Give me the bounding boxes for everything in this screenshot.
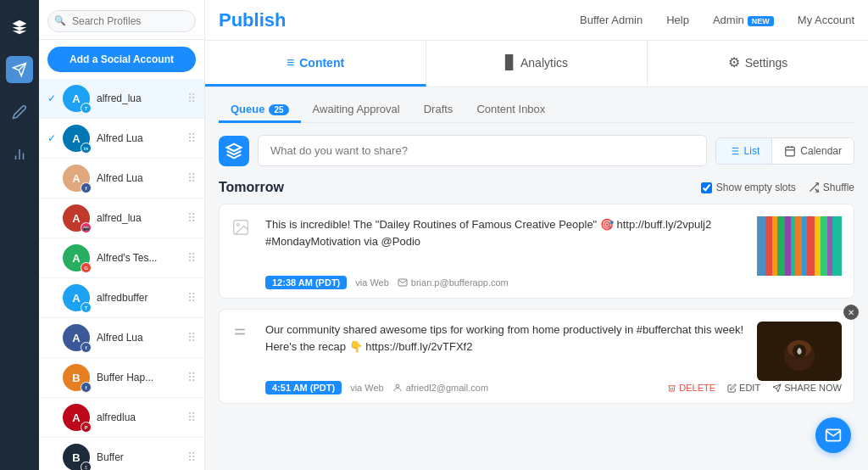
profile-item[interactable]: A P alfredlua ⠿ <box>39 398 204 438</box>
profile-drag-handle[interactable]: ⠿ <box>187 211 196 225</box>
post-text: This is incredible! The "Dailey Routines… <box>265 216 747 249</box>
add-social-account-button[interactable]: Add a Social Account <box>47 47 196 72</box>
tab-analytics[interactable]: ▊Analytics <box>426 41 648 87</box>
posts-container: This is incredible! The "Dailey Routines… <box>219 204 854 404</box>
admin-badge: NEW <box>748 16 774 26</box>
compose-row: List Calendar <box>219 135 854 166</box>
profile-avatar: B ≡ <box>63 444 90 470</box>
section-title: Tomorrow <box>219 180 284 195</box>
profile-drag-handle[interactable]: ⠿ <box>187 411 196 424</box>
tab-settings[interactable]: ⚙Settings <box>648 41 868 87</box>
show-empty-slots-checkbox[interactable] <box>701 182 712 193</box>
compose-input[interactable] <box>258 135 707 166</box>
profile-item[interactable]: A G Alfred's Tes... ⠿ <box>39 238 204 278</box>
top-nav-help[interactable]: Help <box>666 14 689 26</box>
top-nav-my-account[interactable]: My Account <box>798 14 854 26</box>
svg-rect-25 <box>791 216 795 276</box>
profile-drag-handle[interactable]: ⠿ <box>187 450 196 464</box>
sub-tab-queue[interactable]: Queue25 <box>219 98 301 123</box>
tab-label-analytics: Analytics <box>520 56 568 70</box>
sidebar-nav <box>0 0 39 470</box>
profile-avatar: A f <box>63 165 90 192</box>
shuffle-label: Shuffle <box>823 182 854 193</box>
sub-tab-drafts[interactable]: Drafts <box>412 98 465 123</box>
social-badge: 📷 <box>81 222 92 233</box>
list-view-label: List <box>744 145 760 157</box>
search-profiles-input[interactable] <box>47 10 196 32</box>
top-nav-admin[interactable]: AdminNEW <box>713 14 774 26</box>
post-via: via Web <box>355 277 389 288</box>
post-image-coffee <box>757 322 842 381</box>
social-badge: in <box>81 143 92 154</box>
list-view-button[interactable]: List <box>716 138 773 164</box>
profile-drag-handle[interactable]: ⠿ <box>187 92 196 105</box>
profile-drag-handle[interactable]: ⠿ <box>187 251 196 265</box>
tab-icon-analytics: ▊ <box>505 54 515 70</box>
chat-fab-button[interactable] <box>815 417 851 453</box>
calendar-view-button[interactable]: Calendar <box>772 138 854 164</box>
delete-post-button[interactable]: DELETE <box>667 383 715 393</box>
post-author: afriedl2@gmail.com <box>392 383 488 393</box>
section-controls: Show empty slots Shuffle <box>701 182 854 193</box>
share-now-button[interactable]: SHARE NOW <box>772 383 842 393</box>
edit-post-button[interactable]: EDIT <box>727 383 760 393</box>
svg-rect-28 <box>807 216 815 276</box>
post-meta: 12:38 AM (PDT) via Web brian.p@bufferapp… <box>265 276 842 289</box>
page-title: Publish <box>219 9 286 31</box>
post-card: ✕ Our community shared awesome tips for … <box>219 309 854 404</box>
profile-name: Buffer <box>97 451 187 463</box>
profile-name: alfred_lua <box>97 212 187 224</box>
profile-item[interactable]: ✓ A T alfred_lua ⠿ <box>39 79 204 119</box>
profile-avatar: A 📷 <box>63 204 90 232</box>
profile-list: ✓ A T alfred_lua ⠿ ✓ A in Alfred Lua ⠿ A… <box>39 79 204 470</box>
tab-icon-content: ≡ <box>287 55 294 70</box>
top-nav-buffer-admin[interactable]: Buffer Admin <box>580 14 643 26</box>
close-post-button[interactable]: ✕ <box>843 305 859 320</box>
nav-layers-icon[interactable] <box>6 14 33 41</box>
nav-analytics-icon[interactable] <box>6 141 33 168</box>
post-drag-icon[interactable] <box>231 322 255 394</box>
nav-edit-icon[interactable] <box>6 98 33 126</box>
post-image-icon <box>231 216 255 289</box>
profile-item[interactable]: B f Buffer Hap... ⠿ <box>39 358 204 398</box>
post-actions: DELETE EDIT SHARE NOW <box>667 383 842 393</box>
profile-item[interactable]: A 📷 alfred_lua ⠿ <box>39 199 204 238</box>
profile-avatar: A f <box>63 324 90 351</box>
section-header: Tomorrow Show empty slots Shuffle <box>219 180 854 195</box>
profile-item[interactable]: A f Alfred Lua ⠿ <box>39 159 204 199</box>
profile-drag-handle[interactable]: ⠿ <box>187 171 196 185</box>
profile-item[interactable]: B ≡ Buffer ⠿ <box>39 438 204 470</box>
top-nav-links: Buffer AdminHelpAdminNEWMy Account <box>580 14 854 26</box>
social-badge: G <box>81 262 92 273</box>
profile-name: Alfred's Tes... <box>97 252 187 264</box>
profile-drag-handle[interactable]: ⠿ <box>187 331 196 344</box>
nav-publish-icon[interactable] <box>6 56 33 83</box>
post-author: brian.p@bufferapp.com <box>398 277 509 288</box>
post-time: 12:38 AM (PDT) <box>265 276 347 289</box>
tab-content[interactable]: ≡Content <box>205 41 426 87</box>
sub-tab-awaiting[interactable]: Awaiting Approval <box>301 98 412 123</box>
profile-item[interactable]: A f Alfred Lua ⠿ <box>39 318 204 358</box>
shuffle-button[interactable]: Shuffle <box>808 182 854 193</box>
show-empty-slots-label[interactable]: Show empty slots <box>701 182 796 193</box>
main-tabs-row: ≡Content▊Analytics⚙Settings <box>205 41 868 87</box>
svg-rect-26 <box>795 216 802 276</box>
sub-tab-badge-queue: 25 <box>269 104 288 115</box>
svg-point-38 <box>396 384 399 388</box>
profile-drag-handle[interactable]: ⠿ <box>187 291 196 305</box>
profile-drag-handle[interactable]: ⠿ <box>187 371 196 384</box>
profile-item[interactable]: ✓ A in Alfred Lua ⠿ <box>39 119 204 159</box>
calendar-view-label: Calendar <box>800 145 842 157</box>
svg-rect-24 <box>785 216 791 276</box>
social-badge: f <box>81 342 92 353</box>
profile-item[interactable]: A T alfredbuffer ⠿ <box>39 278 204 318</box>
profile-avatar: A T <box>63 284 90 311</box>
sub-tab-content-inbox[interactable]: Content Inbox <box>465 98 557 123</box>
post-top-row: This is incredible! The "Dailey Routines… <box>265 216 842 276</box>
svg-rect-11 <box>786 147 795 156</box>
search-icon-wrap <box>47 10 196 32</box>
tab-label-settings: Settings <box>745 56 788 70</box>
post-top-row: Our community shared awesome tips for wo… <box>265 322 842 381</box>
profile-avatar: B f <box>63 364 90 391</box>
profile-drag-handle[interactable]: ⠿ <box>187 131 196 145</box>
